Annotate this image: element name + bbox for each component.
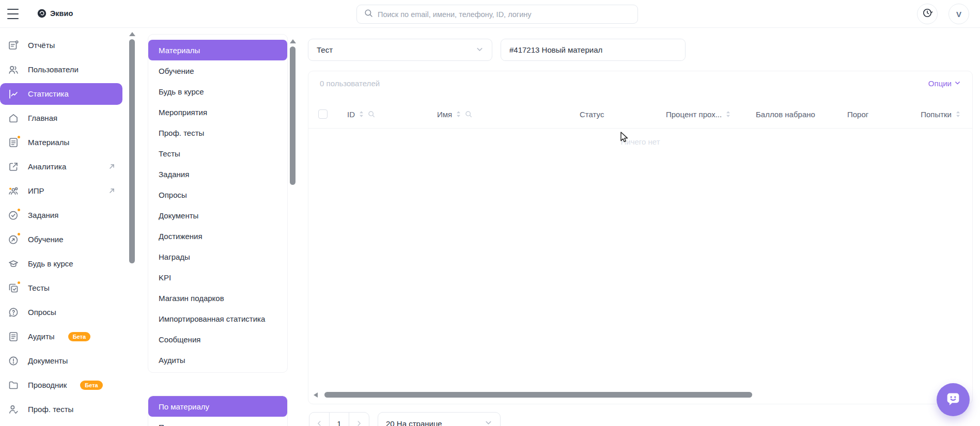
statistics-table-card: 0 пользователей Опции ID Имя Статус (308, 71, 973, 404)
submenu-item-gift-shop[interactable]: Магазин подарков (148, 288, 287, 308)
sort-icon[interactable] (359, 111, 364, 118)
sidebar-item-label: Проводник (28, 381, 67, 389)
column-header-attempts[interactable]: Попытки (921, 100, 961, 128)
global-search[interactable] (356, 5, 638, 24)
sidebar-item-label: ИПР (28, 186, 44, 195)
submenu-item-training[interactable]: Обучение (148, 60, 287, 81)
submenu-item-tasks[interactable]: Задания (148, 164, 287, 184)
current-page-button[interactable]: 1 (329, 413, 349, 426)
sidebar-item-label: Задания (28, 211, 58, 219)
sort-icon[interactable] (955, 111, 961, 118)
column-header-id[interactable]: ID (347, 100, 375, 128)
sort-icon[interactable] (725, 111, 731, 118)
column-header-name[interactable]: Имя (437, 100, 472, 128)
sidebar-item-label: Статистика (28, 89, 69, 98)
sidebar-item-reports[interactable]: Отчёты (0, 33, 122, 57)
submenu-item-prof-tests[interactable]: Проф. тесты (148, 122, 287, 143)
submenu-scrollbar[interactable] (290, 46, 295, 185)
sidebar-item-label: Документы (28, 356, 68, 365)
scroll-left-arrow[interactable] (314, 392, 318, 398)
page-size-select[interactable]: 20 На странице (378, 412, 501, 426)
sidebar-item-users[interactable]: Пользователи (0, 57, 122, 82)
clock-history-icon (922, 7, 933, 21)
notification-dot (17, 208, 21, 212)
external-link-arrow-icon (108, 187, 115, 194)
sidebar-item-tasks[interactable]: Задания (0, 203, 122, 227)
sidebar-item-statistics[interactable]: Статистика (0, 83, 122, 105)
history-button[interactable] (917, 4, 938, 24)
sidebar-item-ipr[interactable]: ИПР (0, 179, 122, 203)
column-header-progress[interactable]: Процент прох... (666, 100, 731, 128)
submenu-item-awards[interactable]: Награды (148, 246, 287, 267)
brand-logo[interactable]: Эквио (37, 9, 73, 18)
graduation-cap-icon (7, 258, 20, 270)
sidebar-item-label: Материалы (28, 138, 69, 147)
training-icon (7, 233, 20, 246)
tests-icon (7, 282, 20, 294)
submenu-item-achievements[interactable]: Достижения (148, 226, 287, 246)
column-header-points[interactable]: Баллов набрано (756, 100, 815, 128)
sidebar-item-label: Будь в курсе (28, 259, 73, 268)
material-type-value: Тест (317, 45, 333, 54)
sidebar-item-audits[interactable]: Аудиты Бета (0, 324, 122, 349)
submenu-item-events[interactable]: Мероприятия (148, 102, 287, 122)
material-type-select[interactable]: Тест (308, 39, 492, 61)
beta-badge: Бета (68, 332, 90, 341)
submenu-item-by-tests[interactable]: По тестам (148, 417, 287, 426)
sidebar-item-label: Тесты (28, 283, 50, 292)
submenu-item-audits[interactable]: Аудиты (148, 350, 287, 370)
users-count: 0 пользователей (320, 79, 380, 88)
sidebar-item-tests[interactable]: Тесты (0, 276, 122, 300)
submenu-item-surveys[interactable]: Опросы (148, 184, 287, 205)
search-input[interactable] (378, 10, 630, 19)
column-header-status[interactable]: Статус (580, 100, 604, 128)
horizontal-scrollbar-track[interactable] (313, 391, 968, 399)
material-search-input[interactable] (501, 39, 685, 60)
statistics-submenu: Материалы Обучение Будь в курсе Мероприя… (148, 34, 288, 373)
sidebar-item-training[interactable]: Обучение (0, 227, 122, 251)
sort-icon[interactable] (456, 111, 461, 118)
avatar-initial: V (956, 10, 961, 19)
submenu-scroll-up-arrow[interactable] (290, 39, 296, 43)
submenu-item-stay-tuned[interactable]: Будь в курсе (148, 81, 287, 102)
submenu-item-imported-statistics[interactable]: Импортированная статистика (148, 308, 287, 329)
chat-smiley-icon (944, 390, 962, 409)
next-page-button[interactable] (349, 413, 369, 426)
column-search-icon[interactable] (465, 111, 472, 118)
sidebar-scrollbar[interactable] (129, 39, 135, 263)
sidebar-scroll-up-arrow[interactable] (129, 32, 135, 36)
users-icon (7, 64, 20, 76)
submenu-item-messages[interactable]: Сообщения (148, 329, 287, 350)
submenu-item-tests[interactable]: Тесты (148, 143, 287, 164)
by-material-submenu: По материалу По тестам (148, 396, 288, 426)
column-header-threshold[interactable]: Порог (847, 100, 868, 128)
column-search-icon[interactable] (368, 111, 375, 118)
sidebar-item-prof-tests[interactable]: Проф. тесты (0, 397, 122, 421)
notification-dot (17, 280, 21, 285)
options-dropdown[interactable]: Опции (928, 79, 961, 88)
sidebar-item-stay-tuned[interactable]: Будь в курсе (0, 251, 122, 276)
submenu-item-kpi[interactable]: KPI (148, 267, 287, 288)
external-link-arrow-icon (108, 163, 115, 170)
chevron-right-icon (355, 420, 363, 426)
select-all-checkbox[interactable] (318, 109, 328, 119)
chevron-left-icon (316, 420, 323, 426)
sidebar-item-materials[interactable]: Материалы (0, 130, 122, 154)
prev-page-button[interactable] (309, 413, 329, 426)
sidebar-item-documents[interactable]: Документы (0, 349, 122, 373)
ipr-group-icon (7, 185, 20, 197)
user-avatar[interactable]: V (948, 4, 969, 24)
support-chat-button[interactable] (937, 383, 970, 416)
sidebar-item-label: Аудиты (28, 332, 55, 341)
horizontal-scrollbar-thumb[interactable] (324, 392, 752, 398)
sidebar-item-home[interactable]: Главная (0, 106, 122, 130)
main-sidebar: Отчёты Пользователи Статистика Главная (0, 33, 122, 421)
sidebar-item-explorer[interactable]: Проводник Бета (0, 373, 122, 397)
hamburger-menu-icon[interactable] (7, 9, 19, 19)
submenu-item-by-material[interactable]: По материалу (148, 396, 287, 417)
sidebar-item-analytics[interactable]: Аналитика (0, 154, 122, 179)
submenu-item-materials[interactable]: Материалы (148, 40, 287, 60)
sidebar-item-surveys[interactable]: Опросы (0, 300, 122, 324)
brand-name: Эквио (50, 9, 73, 18)
submenu-item-documents[interactable]: Документы (148, 205, 287, 226)
